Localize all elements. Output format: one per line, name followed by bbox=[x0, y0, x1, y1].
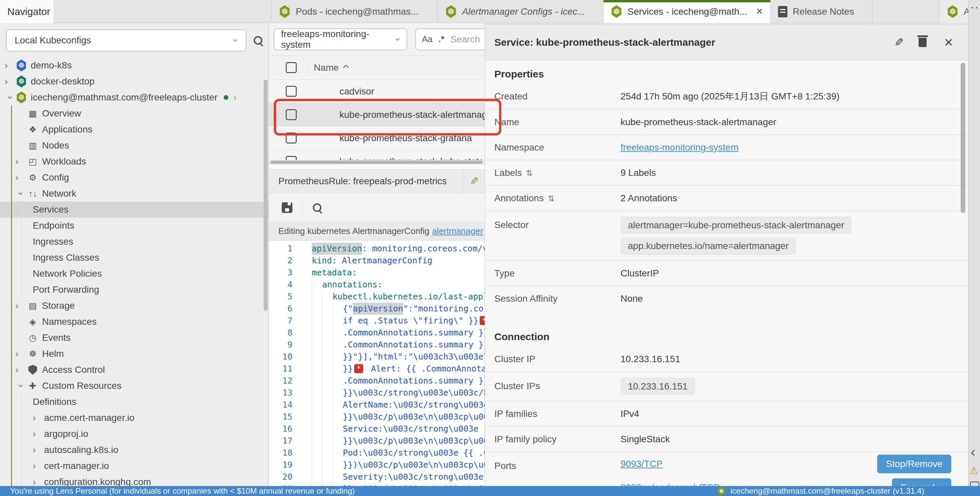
list-search-input[interactable]: Aa .* Search bbox=[415, 29, 485, 51]
regex-icon[interactable]: .* bbox=[439, 34, 444, 45]
code-token: if eq .Status \"firing\" }} bbox=[343, 315, 478, 327]
chevron-right-icon[interactable]: › bbox=[15, 300, 27, 311]
sidebar-item-ingresses[interactable]: Ingresses bbox=[0, 234, 268, 250]
chevron-right-icon[interactable]: › bbox=[234, 92, 237, 103]
sidebar-item-applications[interactable]: ❖Applications bbox=[0, 121, 268, 138]
chevron-right-icon[interactable]: › bbox=[15, 348, 27, 359]
sidebar-item-events[interactable]: ◷Events bbox=[0, 330, 268, 346]
code-token: }}"}],"html":"\u003ch3\u003e\u bbox=[343, 351, 485, 363]
warning-triangle-icon[interactable]: ⚠ bbox=[969, 465, 978, 476]
editor-search-icon[interactable] bbox=[313, 203, 321, 212]
chevron-down-icon[interactable]: › bbox=[16, 380, 26, 391]
sidebar-item-demo-k8s[interactable]: ›☸demo-k8s bbox=[0, 57, 268, 73]
tab-services[interactable]: ☸Services - icecheng@math...✕ bbox=[603, 0, 770, 23]
line-number: 5 bbox=[269, 291, 300, 303]
sidebar-item-label: autoscaling.k8s.io bbox=[44, 445, 118, 455]
chevron-right-icon[interactable]: › bbox=[5, 60, 16, 71]
cluster-status[interactable]: ☸ icecheng@mathmast.com@freeleaps-cluste… bbox=[717, 486, 924, 496]
detail-panel-scrollbar[interactable] bbox=[961, 63, 965, 213]
sidebar-item-port-forwarding[interactable]: Port Forwarding bbox=[0, 282, 268, 298]
chevron-right-icon[interactable]: › bbox=[33, 429, 44, 439]
collapse-chevron-icon[interactable]: ‹ bbox=[970, 444, 975, 460]
sidebar-item-icecheng-mathmast-com-freeleaps-cluster[interactable]: ›☸icecheng@mathmast.com@freeleaps-cluste… bbox=[0, 89, 268, 105]
port-link-9093-tcp[interactable]: 9093/TCP bbox=[620, 459, 663, 469]
namespace-link[interactable]: freeleaps-monitoring-system bbox=[620, 142, 738, 153]
table-row-kube-prometheus-stack-kube-state-metrics[interactable]: kube-prometheus-stack-kube-state-metrics bbox=[269, 150, 485, 160]
chevron-right-icon[interactable]: › bbox=[33, 445, 44, 455]
forward-button[interactable]: Forward... bbox=[892, 478, 951, 486]
row-checkbox[interactable] bbox=[286, 86, 297, 97]
editor-breadcrumb: Editing kubernetes AlertmanagerConfig al… bbox=[269, 222, 485, 241]
close-tab-icon[interactable]: ✕ bbox=[756, 6, 763, 17]
sidebar-item-argoproj-io[interactable]: ›argoproj.io bbox=[0, 426, 268, 442]
chevron-right-icon[interactable]: › bbox=[15, 156, 27, 167]
tab-release-notes[interactable]: Release Notes bbox=[770, 0, 872, 23]
port-link-8080-reloader-web-tcp[interactable]: 8080:reloader-web/TCP bbox=[620, 482, 720, 486]
breadcrumb-resource-link[interactable]: alertmanager bbox=[432, 226, 483, 236]
chevron-right-icon[interactable]: › bbox=[33, 461, 44, 471]
value-badge: 10.233.16.151 bbox=[620, 378, 695, 395]
sidebar-item-namespaces[interactable]: ◈Namespaces bbox=[0, 314, 268, 330]
indent-guide bbox=[322, 483, 332, 486]
stop-remove-button[interactable]: Stop/Remove bbox=[877, 455, 951, 473]
row-checkbox[interactable] bbox=[286, 156, 297, 160]
close-icon[interactable]: ✕ bbox=[944, 36, 954, 49]
save-icon[interactable] bbox=[282, 202, 293, 213]
sidebar-item-custom-resources[interactable]: ›✚Custom Resources bbox=[0, 378, 268, 394]
line-number: 15 bbox=[269, 411, 300, 423]
sidebar-item-overview[interactable]: ▦Overview bbox=[0, 105, 268, 121]
sidebar-item-configuration-konghq-com[interactable]: ›configuration.konghq.com bbox=[0, 474, 268, 486]
detail-row-labels: Labels⇅9 Labels bbox=[485, 160, 968, 185]
navigator-title: Navigator bbox=[7, 6, 50, 17]
search-icon[interactable] bbox=[254, 36, 262, 45]
edit-pencil-icon[interactable]: ✎ bbox=[464, 175, 485, 188]
sort-ascending-icon[interactable]: ^ bbox=[343, 64, 349, 72]
sidebar-item-network[interactable]: ›↑↓Network bbox=[0, 186, 268, 202]
chevron-right-icon[interactable]: › bbox=[33, 477, 44, 486]
column-divider bbox=[307, 62, 308, 74]
chevron-down-icon[interactable]: › bbox=[5, 92, 16, 103]
chevron-right-icon[interactable]: › bbox=[15, 364, 27, 375]
sort-toggle-icon[interactable]: ⇅ bbox=[548, 194, 554, 203]
sidebar-item-acme-cert-manager-io[interactable]: ›acme.cert-manager.io bbox=[0, 410, 268, 426]
edit-pencil-icon[interactable]: ✎ bbox=[894, 36, 904, 49]
code-line-2: 2kind: AlertmanagerConfig bbox=[269, 255, 485, 267]
sidebar-item-definitions[interactable]: Definitions bbox=[0, 394, 268, 410]
sidebar-item-endpoints[interactable]: Endpoints bbox=[0, 218, 268, 234]
sidebar-item-access-control[interactable]: ›Access Control bbox=[0, 362, 268, 378]
match-case-icon[interactable]: Aa bbox=[422, 34, 433, 45]
namespace-selector[interactable]: freeleaps-monitoring-system › bbox=[274, 29, 407, 51]
sidebar-item-config[interactable]: ›⚙Config bbox=[0, 170, 268, 186]
sidebar-item-workloads[interactable]: ›◰Workloads bbox=[0, 154, 268, 170]
sidebar-item-cert-manager-io[interactable]: ›cert-manager.io bbox=[0, 458, 268, 474]
chevron-right-icon[interactable]: › bbox=[33, 413, 44, 423]
tree-indent-guide bbox=[21, 202, 22, 298]
sidebar-item-ingress-classes[interactable]: Ingress Classes bbox=[0, 250, 268, 266]
chevron-right-icon[interactable]: › bbox=[15, 172, 27, 183]
dock-tab-title[interactable]: PrometheusRule: freepeals-prod-metrics bbox=[269, 176, 464, 187]
sidebar-scrollbar[interactable] bbox=[264, 80, 268, 311]
tab-alertmanager-configs[interactable]: ☸Alertmanager Configs - icec... bbox=[438, 0, 603, 23]
scrollbar-thumb[interactable] bbox=[270, 161, 483, 164]
detail-value: ClusterIP bbox=[620, 268, 659, 279]
sort-toggle-icon[interactable]: ⇅ bbox=[526, 169, 533, 178]
delete-trash-icon[interactable] bbox=[919, 38, 927, 47]
horizontal-scrollbar[interactable] bbox=[269, 160, 485, 165]
sidebar-item-nodes[interactable]: ▥Nodes bbox=[0, 138, 268, 154]
kubeconfig-selector[interactable]: Local Kubeconfigs › bbox=[6, 29, 247, 51]
sidebar-item-network-policies[interactable]: Network Policies bbox=[0, 266, 268, 282]
sidebar-item-storage[interactable]: ›▤Storage bbox=[0, 298, 268, 314]
select-all-checkbox[interactable] bbox=[286, 62, 297, 73]
sidebar-item-autoscaling-k8s-io[interactable]: ›autoscaling.k8s.io bbox=[0, 442, 268, 458]
chevron-right-icon[interactable]: › bbox=[5, 76, 16, 87]
tab-pods[interactable]: ☸Pods - icecheng@mathmas... bbox=[271, 0, 438, 23]
name-column-header[interactable]: Name bbox=[314, 62, 339, 73]
yaml-editor[interactable]: 1apiVersion: monitoring.coreos.com/v12ki… bbox=[269, 241, 485, 486]
indent-guide bbox=[322, 399, 332, 411]
code-line-15: 15}}\u003c/p\u003e\n\u003cp\u003 bbox=[269, 411, 485, 423]
sidebar-item-helm[interactable]: ›☸Helm bbox=[0, 346, 268, 362]
lens-app-window: Navigator ☸Pods - icecheng@mathmas...☸Al… bbox=[0, 0, 980, 496]
sidebar-item-services[interactable]: Services bbox=[0, 202, 268, 218]
chevron-down-icon[interactable]: › bbox=[16, 188, 26, 199]
sidebar-item-docker-desktop[interactable]: ›☸docker-desktop bbox=[0, 73, 268, 89]
